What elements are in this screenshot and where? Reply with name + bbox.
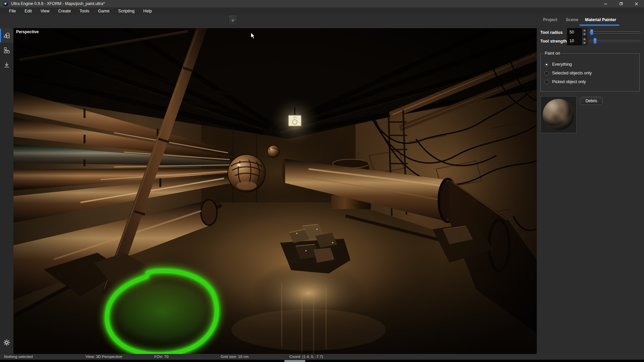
mouse-cursor — [250, 32, 256, 40]
restore-button[interactable] — [613, 0, 629, 7]
minimize-icon — [604, 2, 607, 6]
paint-stroke — [106, 271, 219, 354]
tool-radius-spinner[interactable] — [582, 28, 587, 36]
sidebar-hierarchy-button[interactable] — [0, 43, 13, 58]
material-debris-button[interactable]: Debris — [580, 97, 603, 105]
spin-up-icon[interactable] — [582, 37, 587, 41]
menu-view[interactable]: View — [36, 7, 54, 15]
tab-scene[interactable]: Scene — [566, 17, 578, 22]
close-button[interactable] — [629, 0, 644, 7]
viewport-view-label: Perspective — [16, 29, 39, 34]
material-thumbnail[interactable] — [540, 96, 577, 133]
status-bar: Nothing selected View: 3D Perspective FO… — [0, 354, 644, 360]
material-sphere-preview — [543, 99, 574, 130]
radio-everything[interactable]: Everything — [544, 62, 572, 67]
menu-scripting[interactable]: Scripting — [114, 7, 139, 15]
active-tab-underline — [580, 24, 619, 26]
radio-selected-objects-label: Selected objects only — [552, 71, 592, 75]
tool-radius-slider-handle[interactable] — [590, 29, 593, 35]
spin-down-icon[interactable] — [582, 41, 587, 45]
ultra-engine-window: Ultra Engine 0.9.8 - XFORM - Maps/josh_p… — [0, 0, 644, 362]
tool-strength-slider-handle[interactable] — [593, 38, 597, 44]
menu-bar: File Edit View Create Tools Game Scripti… — [0, 7, 644, 15]
radio-button-icon[interactable] — [544, 62, 549, 67]
menu-tools[interactable]: Tools — [75, 7, 94, 15]
restore-icon — [619, 2, 623, 6]
menu-game[interactable]: Game — [94, 7, 114, 15]
objects-icon — [3, 32, 11, 40]
radio-button-icon[interactable] — [544, 80, 549, 84]
tool-radius-label: Tool radius — [540, 30, 562, 35]
window-title: Ultra Engine 0.9.8 - XFORM - Maps/josh_p… — [11, 1, 105, 6]
paint-on-label: Paint on — [543, 51, 562, 56]
viewport-3d-scene — [13, 28, 537, 354]
status-selection: Nothing selected — [4, 354, 33, 360]
menu-create[interactable]: Create — [54, 7, 75, 15]
tool-strength-value: 10 — [568, 37, 582, 45]
status-view: View: 3D Perspective — [86, 354, 122, 360]
tab-material-painter[interactable]: Material Painter — [585, 17, 616, 22]
tool-radius-input[interactable]: 50 — [567, 28, 587, 37]
tool-radius-slider-track[interactable] — [589, 32, 640, 33]
status-coordinates: Coord: (1.4, 0, -7.7) — [289, 354, 323, 360]
viewport-3d[interactable]: Perspective — [13, 28, 537, 354]
bottom-edge-strip — [0, 360, 644, 362]
right-panel: Project Scene Material Painter Tool radi… — [537, 15, 644, 362]
menu-help[interactable]: Help — [139, 7, 156, 15]
add-primitive-button[interactable]: + — [228, 15, 237, 25]
plus-icon: + — [231, 17, 234, 23]
radio-picked-object[interactable]: Picked object only — [544, 79, 586, 84]
radio-button-icon[interactable] — [544, 71, 549, 75]
status-fov: FOV: 70 — [154, 354, 168, 360]
tool-radius-value: 50 — [568, 28, 582, 36]
tool-strength-input[interactable]: 10 — [567, 37, 587, 45]
tab-project[interactable]: Project — [543, 17, 557, 22]
tool-strength-spinner[interactable] — [582, 37, 587, 45]
bottom-edge-segment — [284, 360, 305, 362]
title-bar: Ultra Engine 0.9.8 - XFORM - Maps/josh_p… — [0, 0, 644, 7]
gear-icon — [3, 339, 10, 346]
sidebar-import-button[interactable] — [0, 58, 13, 72]
menu-edit[interactable]: Edit — [20, 7, 36, 15]
sidebar-objects-button[interactable] — [0, 28, 13, 43]
hierarchy-icon — [3, 47, 10, 54]
radio-everything-label: Everything — [552, 62, 572, 67]
import-download-icon — [3, 61, 10, 69]
tool-strength-slider-track[interactable] — [589, 40, 640, 42]
radio-selected-objects[interactable]: Selected objects only — [544, 71, 592, 75]
left-sidebar — [0, 28, 13, 354]
scene-vignette — [13, 28, 537, 354]
radio-picked-object-label: Picked object only — [552, 79, 586, 84]
status-grid-size: Grid size: 16 cm — [221, 354, 249, 360]
app-logo-icon — [3, 1, 8, 6]
spin-down-icon[interactable] — [582, 33, 587, 37]
tool-strength-label: Tool strength — [540, 39, 567, 44]
material-name: Debris — [586, 99, 597, 103]
minimize-button[interactable] — [598, 0, 613, 7]
toolbar: 2 2 — [0, 15, 537, 28]
close-icon — [635, 2, 638, 6]
sidebar-settings-button[interactable] — [0, 335, 13, 350]
menu-file[interactable]: File — [5, 7, 20, 15]
spin-up-icon[interactable] — [582, 28, 587, 33]
